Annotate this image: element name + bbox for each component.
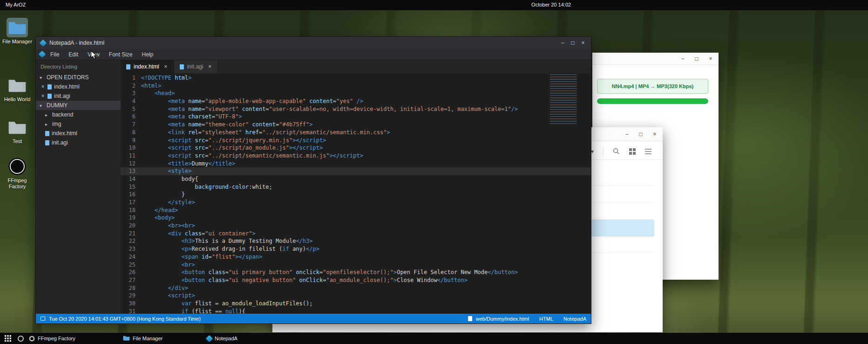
minimize-button[interactable]: − [624, 131, 630, 137]
menu-item-file[interactable]: File [46, 50, 64, 59]
file-icon [126, 64, 130, 69]
code-line[interactable]: 28 </div> [121, 284, 591, 292]
ffmpeg-window-titlebar[interactable]: − □ × [592, 53, 719, 65]
folder-dummy-section[interactable]: ▾ DUMMY [36, 101, 121, 110]
code-line[interactable]: 19 <body> [121, 214, 591, 222]
toolbar-divider [603, 147, 604, 156]
code-line[interactable]: 4 <meta name="apple-mobile-web-app-capab… [121, 97, 591, 105]
close-button[interactable]: × [651, 131, 658, 137]
code-line[interactable]: 3 <head> [121, 89, 591, 97]
editor-tab-init.agi[interactable]: init.agi× [174, 60, 218, 73]
line-number: 22 [121, 237, 141, 245]
code-line[interactable]: 29 <script> [121, 292, 591, 300]
menu-item-font-size[interactable]: Font Size [104, 50, 137, 59]
taskbar-item-file-manager[interactable]: File Manager [120, 333, 165, 344]
start-menu-icon[interactable] [2, 333, 14, 344]
code-line[interactable]: 23 <p>Received drag-in filelist (if any)… [121, 245, 591, 253]
close-editor-icon[interactable]: × [41, 83, 45, 90]
line-number: 21 [121, 230, 141, 238]
line-number: 8 [121, 129, 141, 137]
maximize-button[interactable]: □ [570, 40, 576, 46]
open-editors-section[interactable]: ▾ OPEN EDITORS [36, 73, 121, 82]
list-view-icon[interactable] [645, 149, 651, 154]
code-line[interactable]: 10 <script src="../script/ao_module.js">… [121, 144, 591, 152]
tree-item-init.agi[interactable]: init.agi [36, 138, 121, 147]
open-editor-item[interactable]: ×index.html [36, 82, 121, 91]
code-text: <br><br> [141, 222, 195, 230]
code-line[interactable]: 18 </head> [121, 206, 591, 214]
code-line[interactable]: 7 <meta name="theme-color" content="#4b7… [121, 121, 591, 129]
notepad-titlebar[interactable]: NotepadA - index.html − □ × [36, 37, 591, 49]
code-line[interactable]: 5 <meta name="viewport" content="user-sc… [121, 105, 591, 113]
app-icon [7, 157, 28, 176]
line-number: 26 [121, 268, 141, 276]
editor-minimap[interactable] [550, 74, 587, 124]
folder-icon [7, 76, 28, 95]
minimize-button[interactable]: − [559, 40, 566, 46]
code-line[interactable]: 27 <button class="ui negative button" on… [121, 276, 591, 284]
desktop-icon-hello-world[interactable]: Hello World [2, 76, 33, 103]
mouse-cursor [90, 50, 97, 60]
code-text: <br> [141, 261, 195, 269]
close-tab-icon[interactable]: × [163, 63, 168, 70]
notepad-window: NotepadA - index.html − □ × FileEditView… [35, 36, 591, 324]
code-line[interactable]: 2<html> [121, 82, 591, 90]
code-lines: 1<!DOCTYPE html>2<html>3 <head>4 <meta n… [121, 74, 591, 314]
close-tab-icon[interactable]: × [207, 63, 212, 70]
code-line[interactable]: 25 <br> [121, 261, 591, 269]
menu-item-edit[interactable]: Edit [64, 50, 83, 59]
status-filepath[interactable]: web/Dummy/index.html [476, 316, 529, 322]
search-icon[interactable] [613, 148, 620, 155]
code-line[interactable]: 1<!DOCTYPE html> [121, 74, 591, 82]
line-number: 15 [121, 183, 141, 191]
taskbar-item-ffmpeg-factory[interactable]: FFmpeg Factory [26, 333, 78, 344]
code-line[interactable]: 11 <script src="../script/semantic/seman… [121, 152, 591, 160]
line-number: 17 [121, 199, 141, 206]
code-line[interactable]: 15 background-color:white; [121, 183, 591, 191]
menu-item-help[interactable]: Help [137, 50, 158, 59]
desktop-icon-label: Test [2, 138, 33, 144]
tree-item-index.html[interactable]: index.html [36, 129, 121, 138]
status-language[interactable]: HTML [539, 316, 553, 322]
code-line[interactable]: 22 <h3>This is a Dummy Testing Module</h… [121, 237, 591, 245]
tree-item-img[interactable]: ▸img [36, 119, 121, 129]
code-line[interactable]: 12 <title>Dummy</title> [121, 160, 591, 168]
code-line[interactable]: 14 body{ [121, 175, 591, 183]
desktop-icon-file-manager[interactable]: File Manager [2, 18, 33, 45]
desktop-icon-ffmpeg-factory[interactable]: FFmpeg Factory [2, 157, 33, 190]
editor-tab-index.html[interactable]: index.html× [121, 60, 174, 73]
code-line[interactable]: 24 <span id="flist"></span> [121, 253, 591, 261]
close-button[interactable]: × [580, 40, 586, 46]
code-line[interactable]: 31 if (flist == null){ [121, 308, 591, 314]
close-editor-icon[interactable]: × [41, 93, 45, 99]
file-icon [47, 84, 52, 89]
code-line[interactable]: 6 <meta charset="UTF-8"> [121, 113, 591, 121]
maximize-button[interactable]: □ [693, 56, 700, 62]
code-text: background-color:white; [141, 183, 272, 191]
code-editor[interactable]: 1<!DOCTYPE html>2<html>3 <head>4 <meta n… [121, 73, 591, 314]
desktop-icon-label: Hello World [2, 96, 33, 103]
code-line[interactable]: 20 <br><br> [121, 222, 591, 230]
code-line[interactable]: 17 </style> [121, 199, 591, 206]
close-button[interactable]: × [707, 56, 714, 62]
minimize-button[interactable]: − [679, 56, 686, 62]
desktop-icon-test[interactable]: Test [2, 117, 33, 144]
taskbar-item-notepada[interactable]: NotepadA [204, 333, 240, 344]
line-number: 30 [121, 300, 141, 308]
open-editor-item[interactable]: ×init.agi [36, 91, 121, 101]
show-desktop-icon[interactable] [15, 333, 27, 344]
code-line[interactable]: 21 <div class="ui container"> [121, 230, 591, 238]
code-line[interactable]: 26 <button class="ui primary button" onc… [121, 268, 591, 276]
line-number: 24 [121, 253, 141, 261]
taskbar-item-label: File Manager [133, 336, 163, 341]
code-line[interactable]: 9 <script src="../script/jquery.min.js">… [121, 137, 591, 144]
aroz-brand[interactable]: My ArOZ [6, 2, 26, 7]
code-line[interactable]: 30 var flist = ao_module_loadInputFiles(… [121, 300, 591, 308]
maximize-button[interactable]: □ [637, 131, 644, 137]
grid-view-icon[interactable] [629, 148, 636, 155]
code-line[interactable]: 13 <style> [121, 167, 591, 175]
code-line[interactable]: 16 } [121, 191, 591, 199]
tree-item-backend[interactable]: ▸backend [36, 110, 121, 119]
sidebar-header: Directory Listing [36, 60, 121, 73]
code-line[interactable]: 8 <link rel="stylesheet" href="../script… [121, 129, 591, 137]
